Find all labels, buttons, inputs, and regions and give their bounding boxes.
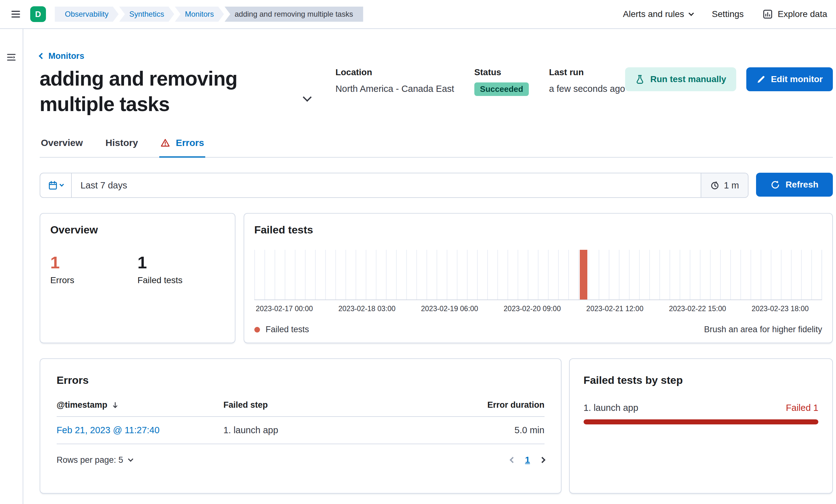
date-range-value[interactable]: Last 7 days <box>72 180 701 191</box>
collapsed-nav-rail <box>0 29 23 504</box>
timer-icon <box>710 180 720 190</box>
tab-errors[interactable]: Errors <box>159 131 205 158</box>
x-axis-tick: 2023-02-17 00:00 <box>255 305 313 313</box>
failed-tests-panel-title: Failed tests <box>254 224 822 236</box>
status-meta: Status Succeeded <box>474 67 529 96</box>
x-axis-tick: 2023-02-22 15:00 <box>669 305 726 313</box>
step-failure-bar-fill <box>584 419 818 424</box>
failed-tests-by-step-panel: Failed tests by step 1. launch app Faile… <box>569 358 833 493</box>
timestamp-column-label: @timestamp <box>57 400 107 410</box>
refresh-interval-button[interactable]: 1 m <box>701 173 748 197</box>
monitor-meta: Location North America - Canada East Sta… <box>336 66 625 96</box>
menu-icon[interactable] <box>7 6 24 22</box>
overview-stats: 1 Errors 1 Failed tests <box>50 252 225 285</box>
errors-table-header: @timestamp Failed step Error duration <box>57 400 545 417</box>
x-axis-tick: 2023-02-19 06:00 <box>421 305 478 313</box>
error-failed-step: 1. launch app <box>224 425 438 435</box>
tab-overview[interactable]: Overview <box>40 131 84 157</box>
back-to-monitors-link[interactable]: Monitors <box>40 51 84 61</box>
brush-hint: Brush an area for higher fidelity <box>704 325 822 334</box>
time-filter-bar: Last 7 days 1 m Refresh <box>40 173 833 198</box>
failed-tests-count: 1 <box>137 252 225 273</box>
edit-monitor-label: Edit monitor <box>771 74 823 84</box>
step-failure-bar <box>584 419 818 424</box>
last-run-value: a few seconds ago <box>549 84 625 94</box>
calendar-icon <box>48 180 58 190</box>
chevron-down-icon <box>303 93 311 102</box>
page-1-button[interactable]: 1 <box>525 455 530 465</box>
previous-page-icon <box>510 457 516 463</box>
explore-data-label: Explore data <box>778 9 827 19</box>
sort-descending-icon <box>111 401 119 409</box>
next-page-icon <box>539 457 546 463</box>
tab-history[interactable]: History <box>104 131 139 157</box>
x-axis-tick: 2023-02-21 12:00 <box>586 305 644 313</box>
x-axis-tick: 2023-02-20 09:00 <box>504 305 561 313</box>
previous-page-button[interactable] <box>511 458 515 462</box>
errors-count: 1 <box>50 252 137 273</box>
refresh-label: Refresh <box>786 180 818 190</box>
step-failed-count: Failed 1 <box>786 403 818 413</box>
rows-per-page-label: Rows per page: 5 <box>57 455 124 465</box>
failed-steps-panel-title: Failed tests by step <box>584 374 818 386</box>
error-timestamp-link[interactable]: Feb 21, 2023 @ 11:27:40 <box>57 425 224 435</box>
monitor-select-chevron[interactable] <box>304 94 310 103</box>
x-axis-tick: 2023-02-18 03:00 <box>338 305 396 313</box>
errors-panel-title: Errors <box>57 374 545 386</box>
date-range-picker: Last 7 days 1 m <box>40 173 748 198</box>
pagination: 1 <box>511 455 545 465</box>
summary-panels-row: Overview 1 Errors 1 Failed tests Failed … <box>40 213 833 343</box>
breadcrumb-current: adding and removing multiple tasks <box>224 6 363 22</box>
header-nav: Alerts and rules Settings Explore data <box>623 9 827 19</box>
refresh-icon <box>771 180 780 189</box>
errors-stat-label: Errors <box>50 275 137 285</box>
errors-stat: 1 Errors <box>50 252 137 285</box>
legend-failed-tests[interactable]: Failed tests <box>254 325 309 334</box>
last-run-label: Last run <box>549 67 625 77</box>
step-name: 1. launch app <box>584 403 638 413</box>
tab-errors-label: Errors <box>176 137 204 148</box>
refresh-button[interactable]: Refresh <box>756 173 833 197</box>
last-run-meta: Last run a few seconds ago <box>549 67 625 96</box>
flask-icon <box>635 75 645 84</box>
run-test-manually-button[interactable]: Run test manually <box>625 67 736 91</box>
chevron-down-icon <box>59 182 64 187</box>
monitor-actions: Run test manually Edit monitor <box>625 66 833 91</box>
menu-open-icon[interactable] <box>3 49 20 65</box>
overview-panel-title: Overview <box>50 224 225 236</box>
failed-tests-stat-label: Failed tests <box>137 275 225 285</box>
refresh-interval-value: 1 m <box>724 180 739 191</box>
x-axis-tick: 2023-02-23 18:00 <box>752 305 809 313</box>
explore-data-icon <box>763 9 773 19</box>
rows-per-page-button[interactable]: Rows per page: 5 <box>57 455 133 465</box>
column-timestamp[interactable]: @timestamp <box>57 400 224 410</box>
errors-table-footer: Rows per page: 5 1 <box>57 455 545 465</box>
errors-panel: Errors @timestamp Failed step Error dura… <box>40 358 562 493</box>
column-error-duration: Error duration <box>438 400 545 410</box>
quick-select-button[interactable] <box>40 173 72 197</box>
breadcrumb: Observability Synthetics Monitors adding… <box>55 6 364 22</box>
breadcrumb-synthetics[interactable]: Synthetics <box>119 6 174 22</box>
alerts-and-rules-menu[interactable]: Alerts and rules <box>623 9 693 19</box>
step-row: 1. launch app Failed 1 <box>584 403 818 413</box>
x-axis: 2023-02-17 00:002023-02-18 03:002023-02-… <box>254 305 822 315</box>
page-title: adding and removing multiple tasks <box>40 66 293 118</box>
explore-data-link[interactable]: Explore data <box>763 9 827 19</box>
alerts-and-rules-label: Alerts and rules <box>623 9 684 19</box>
space-avatar[interactable]: D <box>30 6 46 22</box>
error-duration: 5.0 min <box>438 425 545 435</box>
failed-tests-chart[interactable] <box>254 250 822 300</box>
main-content: Monitors adding and removing multiple ta… <box>23 29 836 504</box>
kibana-header: D Observability Synthetics Monitors addi… <box>0 0 836 29</box>
status-label: Status <box>474 67 529 77</box>
monitor-summary: adding and removing multiple tasks Locat… <box>40 66 833 118</box>
breadcrumb-monitors[interactable]: Monitors <box>175 6 224 22</box>
settings-link[interactable]: Settings <box>712 9 744 19</box>
synthetics-monitor-page: D Observability Synthetics Monitors addi… <box>0 0 836 504</box>
edit-monitor-button[interactable]: Edit monitor <box>746 67 833 91</box>
warning-icon <box>160 138 170 148</box>
next-page-button[interactable] <box>540 458 545 462</box>
run-test-label: Run test manually <box>650 74 726 84</box>
failed-tests-stat: 1 Failed tests <box>137 252 225 285</box>
breadcrumb-observability[interactable]: Observability <box>55 6 119 22</box>
